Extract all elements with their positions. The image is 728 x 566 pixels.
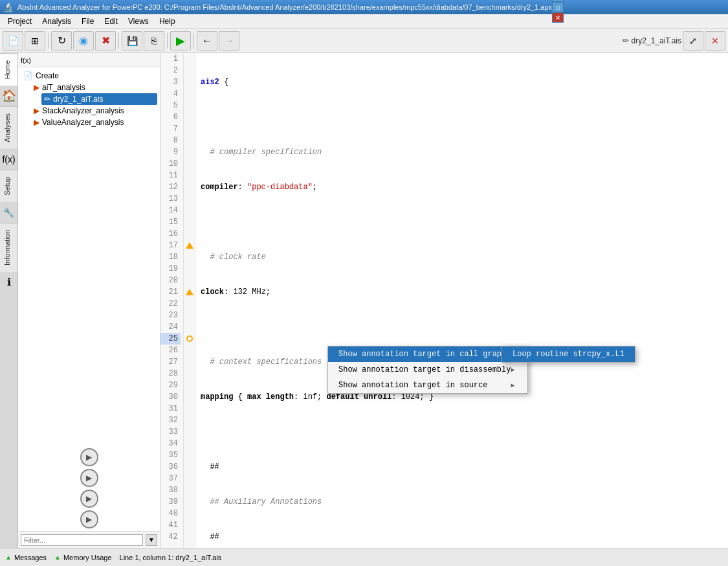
fx-label: f(x) — [21, 56, 31, 64]
close-button[interactable]: ✕ — [552, 12, 564, 23]
code-line-13: ## Auxiliary Annotations — [201, 496, 723, 508]
info-icon: ℹ — [1, 275, 17, 290]
vtab-information[interactable]: Information — [0, 223, 17, 272]
status-position: Line 1, column 1: dry2_1_aiT.ais — [120, 554, 222, 561]
code-line-12: ## — [201, 461, 723, 473]
editor-area[interactable]: 1 2 3 4 5 6 7 8 9 10 11 12 13 14 15 16 1… — [160, 53, 728, 548]
code-content[interactable]: ais2 { # compiler specification compiler… — [195, 53, 728, 548]
line-26: 26 — [160, 345, 181, 356]
menu-project[interactable]: Project — [3, 16, 37, 27]
run-btn-4[interactable]: ▶ — [80, 510, 98, 528]
menu-views[interactable]: Views — [123, 16, 154, 27]
gutter-21 — [184, 286, 195, 298]
tree-value[interactable]: ▶ ValueAnalyzer_analysis — [31, 117, 157, 128]
gutter-42 — [184, 531, 195, 543]
gutter-5 — [184, 100, 195, 111]
gutter-40 — [184, 508, 195, 519]
toolbar-cross-btn[interactable]: ✖ — [95, 31, 116, 51]
vtab-analyses[interactable]: Analyses — [0, 106, 17, 149]
line-38: 38 — [160, 484, 181, 496]
submenu-item-loop[interactable]: Loop routine strcpy_x.L1 — [502, 346, 635, 362]
line-22: 22 — [160, 298, 181, 310]
run-btn-1[interactable]: ▶ — [80, 448, 98, 466]
tree-create[interactable]: 📄 Create — [21, 70, 157, 82]
line-6: 6 — [160, 111, 181, 123]
line-29: 29 — [160, 379, 181, 391]
file-tab-label: dry2_1_aiT.ais — [632, 36, 681, 45]
code-line-1: ais2 { — [201, 76, 723, 88]
code-line-3: # compiler specification — [201, 146, 723, 158]
file-icon: 📄 — [8, 36, 19, 46]
vtab-home[interactable]: Home — [0, 53, 17, 85]
toolbar-expand-btn[interactable]: ⤢ — [683, 31, 703, 51]
line-16: 16 — [160, 228, 181, 240]
gutter-32 — [184, 414, 195, 426]
left-panel: f(x) 📄 Create ▶ aiT_analysis ✏ dry2_1_ai… — [18, 53, 160, 548]
tree-area: 📄 Create ▶ aiT_analysis ✏ dry2_1_aiT.ais… — [18, 67, 160, 446]
toolbar-fwd-btn[interactable]: → — [219, 31, 239, 51]
vtab-setup[interactable]: Setup — [0, 170, 17, 202]
status-memory[interactable]: ▲ Memory Usage — [54, 554, 111, 561]
run-btn-3[interactable]: ▶ — [80, 490, 98, 508]
messages-triangle-icon: ▲ — [5, 554, 12, 561]
ctx-item-callgraph[interactable]: Show annotation target in call graph ▶ — [328, 346, 527, 362]
menu-file[interactable]: File — [76, 16, 99, 27]
gutter-31 — [184, 403, 195, 414]
menu-edit[interactable]: Edit — [99, 16, 123, 27]
toolbar-run-btn[interactable]: ▶ — [170, 31, 191, 51]
dry2-icon: ✏ — [44, 95, 50, 104]
value-icon: ▶ — [34, 118, 39, 127]
toolbar-sep2 — [118, 33, 119, 49]
filter-input[interactable] — [21, 534, 143, 546]
marker-21-icon — [186, 289, 193, 295]
tree-dry2[interactable]: ✏ dry2_1_aiT.ais — [41, 93, 157, 105]
gutter-30 — [184, 391, 195, 403]
toolbar-back-btn[interactable]: ← — [197, 31, 217, 51]
toolbar-close-btn[interactable]: ✕ — [705, 31, 725, 51]
line-numbers: 1 2 3 4 5 6 7 8 9 10 11 12 13 14 15 16 1… — [160, 53, 184, 548]
line-28: 28 — [160, 368, 181, 379]
line-19: 19 — [160, 263, 181, 275]
create-icon: 📄 — [23, 71, 33, 80]
gutter-3 — [184, 76, 195, 88]
file-tab-area: ✏ dry2_1_aiT.ais — [623, 36, 681, 45]
menu-help[interactable]: Help — [154, 16, 181, 27]
line-36: 36 — [160, 461, 181, 473]
gutter-6 — [184, 111, 195, 123]
run-icon-3: ▶ — [86, 494, 92, 503]
maximize-button[interactable]: □ — [552, 2, 564, 12]
filter-down-btn[interactable]: ▼ — [146, 534, 157, 546]
menu-analysis[interactable]: Analysis — [37, 16, 76, 27]
ait-label: aiT_analysis — [42, 83, 85, 92]
marker-17-icon — [186, 242, 193, 249]
line-10: 10 — [160, 158, 181, 170]
ctx-item-source[interactable]: Show annotation target in source ▶ — [328, 378, 527, 393]
gutter-25 — [184, 333, 195, 345]
stack-icon: ▶ — [34, 106, 39, 115]
code-line-2 — [201, 111, 723, 123]
ctx-item-disassembly[interactable]: Show annotation target in disassembly ▶ — [328, 362, 527, 378]
marker-25-icon — [186, 335, 193, 342]
code-line-6: # clock rate — [201, 251, 723, 263]
title-controls: ─ □ ✕ — [552, 0, 564, 23]
gutter-10 — [184, 158, 195, 170]
filter-bar: ▼ — [18, 531, 160, 548]
line-11: 11 — [160, 170, 181, 181]
tree-ait[interactable]: ▶ aiT_analysis — [31, 82, 157, 93]
memory-label: Memory Usage — [63, 554, 112, 561]
gutter-26 — [184, 345, 195, 356]
toolbar-refresh-btn[interactable]: ↻ — [51, 31, 72, 51]
line-9: 9 — [160, 146, 181, 158]
tree-stack[interactable]: ▶ StackAnalyzer_analysis — [31, 105, 157, 117]
toolbar-file-btn[interactable]: 📄 — [3, 31, 23, 51]
run-btn-2[interactable]: ▶ — [80, 469, 98, 487]
toolbar-pie-btn[interactable]: ◉ — [73, 31, 94, 51]
status-bar: ▲ Messages ▲ Memory Usage Line 1, column… — [0, 548, 728, 566]
gutter-14 — [184, 205, 195, 216]
side-tabs: Home 🏠 Analyses f(x) Setup 🔧 Information… — [0, 53, 18, 548]
line-20: 20 — [160, 275, 181, 286]
toolbar-grid-btn[interactable]: ⊞ — [25, 31, 45, 51]
status-messages[interactable]: ▲ Messages — [5, 554, 47, 561]
toolbar-save2-btn[interactable]: ⎘ — [144, 31, 164, 51]
toolbar-save-btn[interactable]: 💾 — [122, 31, 142, 51]
